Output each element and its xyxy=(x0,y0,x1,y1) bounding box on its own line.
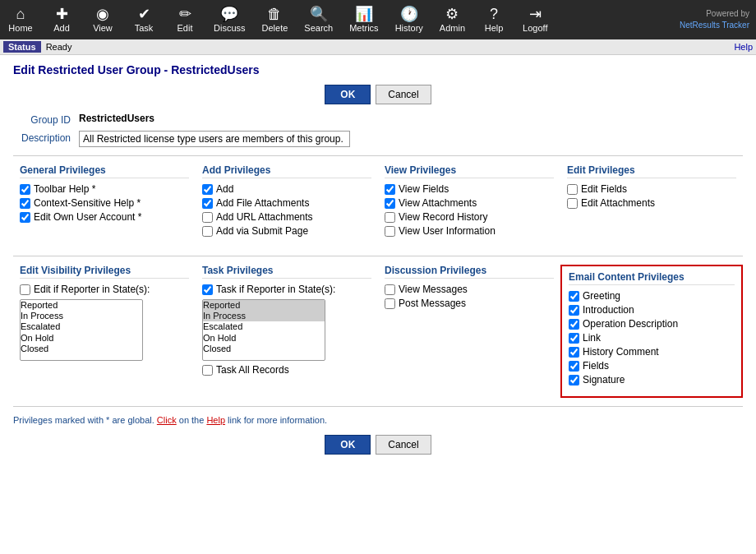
task-all-records-label: Task All Records xyxy=(216,364,289,376)
priv-view-fields-checkbox[interactable] xyxy=(385,184,395,195)
priv-add-file-checkbox[interactable] xyxy=(202,198,213,209)
nav-history[interactable]: 🕐 History xyxy=(387,3,431,36)
view-privileges-title: View Privileges xyxy=(385,164,554,178)
task-state-closed[interactable]: Closed xyxy=(203,344,325,354)
priv-view-fields-label: View Fields xyxy=(399,183,449,195)
priv-greeting-checkbox[interactable] xyxy=(569,291,579,302)
edit-visibility-section: Edit Visibility Privileges Edit if Repor… xyxy=(13,265,196,398)
priv-toolbar-help-checkbox[interactable] xyxy=(20,184,30,195)
nav-admin[interactable]: ⚙ Admin xyxy=(431,3,473,36)
priv-view-attachments-label: View Attachments xyxy=(399,197,477,209)
task-state-list[interactable]: Reported In Process Escalated On Hold Cl… xyxy=(202,299,325,361)
priv-add-checkbox[interactable] xyxy=(202,184,213,195)
nav-view[interactable]: ◉ View xyxy=(82,3,123,36)
ok-button-top[interactable]: OK xyxy=(325,85,371,104)
priv-signature-checkbox[interactable] xyxy=(569,375,579,385)
nav-delete[interactable]: 🗑 Delete xyxy=(254,3,297,36)
nav-home[interactable]: ⌂ Home xyxy=(0,3,41,36)
edit-visibility-checkbox[interactable] xyxy=(20,284,30,295)
priv-edit-fields-label: Edit Fields xyxy=(581,183,627,195)
priv-post-messages-label: Post Messages xyxy=(399,298,466,309)
footer-click-link[interactable]: Click xyxy=(157,415,177,425)
state-in-process[interactable]: In Process xyxy=(21,311,142,321)
delete-icon: 🗑 xyxy=(267,7,282,21)
priv-view-user-info-checkbox[interactable] xyxy=(385,226,395,237)
task-state-in-process[interactable]: In Process xyxy=(203,311,325,321)
view-icon: ◉ xyxy=(96,7,109,21)
state-on-hold[interactable]: On Hold xyxy=(21,333,142,344)
priv-fields: Fields xyxy=(569,360,735,372)
status-badge: Status xyxy=(3,41,41,53)
nav-task-label: Task xyxy=(135,23,154,33)
state-reported[interactable]: Reported xyxy=(21,300,142,311)
privileges-grid-bottom: Edit Visibility Privileges Edit if Repor… xyxy=(13,265,743,398)
task-all-records-checkbox[interactable] xyxy=(202,365,213,376)
priv-view-messages: View Messages xyxy=(385,284,554,295)
task-state-escalated[interactable]: Escalated xyxy=(203,321,325,332)
priv-add-submit-checkbox[interactable] xyxy=(202,226,213,237)
state-escalated[interactable]: Escalated xyxy=(21,321,142,332)
priv-introduction-checkbox[interactable] xyxy=(569,305,579,316)
app-name-link[interactable]: NetResults Tracker xyxy=(680,21,749,30)
priv-signature: Signature xyxy=(569,374,735,385)
nav-logoff[interactable]: ⇥ Logoff xyxy=(514,3,555,36)
priv-fields-checkbox[interactable] xyxy=(569,361,579,372)
edit-visibility-state-list[interactable]: Reported In Process Escalated On Hold Cl… xyxy=(20,299,143,361)
help-icon: ? xyxy=(490,7,498,21)
priv-edit-attachments-checkbox[interactable] xyxy=(567,198,578,209)
priv-introduction-label: Introduction xyxy=(583,304,634,316)
priv-view-messages-label: View Messages xyxy=(399,284,468,295)
priv-add-url: Add URL Attachments xyxy=(202,211,371,223)
nav-search-label: Search xyxy=(304,23,333,33)
help-link[interactable]: Help xyxy=(734,42,753,52)
nav-home-label: Home xyxy=(8,23,32,33)
nav-help[interactable]: ? Help xyxy=(473,3,514,36)
priv-history-comment: History Comment xyxy=(569,346,735,358)
footer-note: Privileges marked with * are global. Cli… xyxy=(13,415,743,425)
priv-post-messages-checkbox[interactable] xyxy=(385,298,395,309)
nav-help-label: Help xyxy=(485,23,504,33)
status-text: Ready xyxy=(46,42,72,52)
admin-icon: ⚙ xyxy=(445,7,459,21)
nav-admin-label: Admin xyxy=(440,23,465,33)
edit-privileges-title: Edit Privileges xyxy=(567,164,736,178)
footer-help-link[interactable]: Help xyxy=(206,415,225,425)
priv-view-record-history-checkbox[interactable] xyxy=(385,212,395,223)
nav-logoff-label: Logoff xyxy=(523,23,547,33)
ok-button-bottom[interactable]: OK xyxy=(325,435,371,455)
add-privileges-title: Add Privileges xyxy=(202,164,371,178)
priv-view-attachments-checkbox[interactable] xyxy=(385,198,395,209)
task-state-on-hold[interactable]: On Hold xyxy=(203,333,325,344)
nav-edit[interactable]: ✏ Edit xyxy=(164,3,205,36)
history-icon: 🕐 xyxy=(400,7,418,21)
cancel-button-bottom[interactable]: Cancel xyxy=(376,435,431,455)
priv-add: Add xyxy=(202,183,371,195)
priv-toolbar-help-label: Toolbar Help * xyxy=(34,183,95,195)
priv-view-messages-checkbox[interactable] xyxy=(385,284,395,295)
status-bar: Status Ready Help xyxy=(0,39,756,55)
priv-edit-fields-checkbox[interactable] xyxy=(567,184,578,195)
nav-task[interactable]: ✔ Task xyxy=(123,3,164,36)
nav-edit-label: Edit xyxy=(177,23,193,33)
nav-metrics[interactable]: 📊 Metrics xyxy=(341,3,386,36)
cancel-button-top[interactable]: Cancel xyxy=(376,85,431,104)
nav-search[interactable]: 🔍 Search xyxy=(296,3,341,36)
priv-add-url-checkbox[interactable] xyxy=(202,212,213,223)
description-input[interactable] xyxy=(79,131,350,147)
search-icon: 🔍 xyxy=(310,7,328,21)
priv-link-checkbox[interactable] xyxy=(569,333,579,344)
priv-history-comment-checkbox[interactable] xyxy=(569,347,579,358)
priv-operation-description-checkbox[interactable] xyxy=(569,319,579,330)
priv-edit-own-user-checkbox[interactable] xyxy=(20,212,30,223)
priv-context-help-checkbox[interactable] xyxy=(20,198,30,209)
priv-context-help: Context-Sensitive Help * xyxy=(20,197,189,209)
state-closed[interactable]: Closed xyxy=(21,344,142,354)
nav-add[interactable]: ✚ Add xyxy=(41,3,82,36)
email-content-title: Email Content Privileges xyxy=(569,271,735,285)
task-state-reported[interactable]: Reported xyxy=(203,300,325,311)
priv-view-record-history-label: View Record History xyxy=(399,211,487,223)
task-reporter-checkbox[interactable] xyxy=(202,284,213,295)
general-privileges-section: General Privileges Toolbar Help * Contex… xyxy=(13,164,196,247)
nav-discuss[interactable]: 💬 Discuss xyxy=(205,3,254,36)
task-reporter-label: Task if Reporter in State(s): xyxy=(216,284,335,295)
